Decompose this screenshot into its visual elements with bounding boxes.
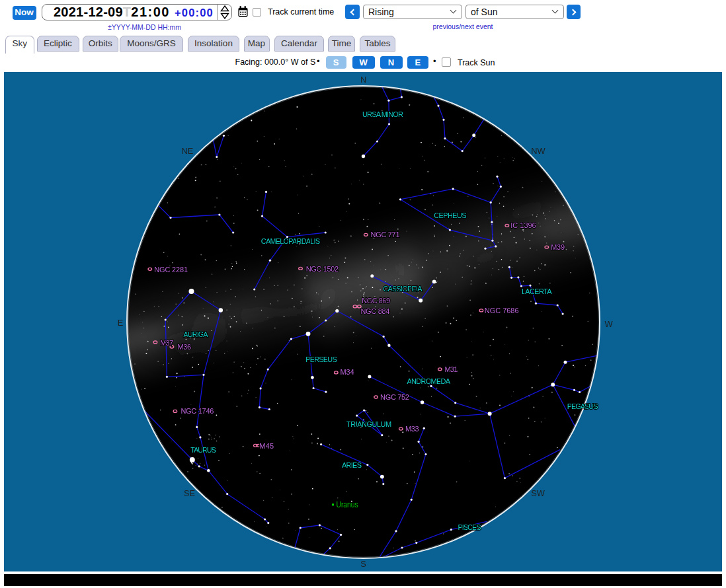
svg-text:CASSIOPEIA: CASSIOPEIA xyxy=(383,284,423,292)
svg-text:NGC 752: NGC 752 xyxy=(380,392,409,400)
svg-text:PISCES: PISCES xyxy=(458,523,481,531)
svg-text:CAMELOPARDALIS: CAMELOPARDALIS xyxy=(261,237,320,245)
svg-text:NGC 2281: NGC 2281 xyxy=(154,265,188,273)
svg-text:TRIANGULUM: TRIANGULUM xyxy=(346,420,391,427)
svg-text:M34: M34 xyxy=(341,368,354,376)
svg-text:M36: M36 xyxy=(178,343,192,351)
svg-text:S: S xyxy=(360,558,366,568)
svg-text:E: E xyxy=(118,317,124,327)
svg-text:IC 1396: IC 1396 xyxy=(510,221,536,229)
svg-text:M31: M31 xyxy=(444,365,458,373)
svg-text:M39: M39 xyxy=(551,242,565,250)
svg-text:SE: SE xyxy=(184,488,195,498)
svg-text:TAURUS: TAURUS xyxy=(190,446,216,454)
svg-text:NGC 1502: NGC 1502 xyxy=(306,264,339,272)
svg-text:NGC 884: NGC 884 xyxy=(361,307,390,315)
svg-text:ANDROMEDA: ANDROMEDA xyxy=(407,377,450,385)
svg-text:NE: NE xyxy=(182,145,194,155)
svg-text:PERSEUS: PERSEUS xyxy=(305,355,337,363)
svg-text:ARIES: ARIES xyxy=(342,460,362,468)
svg-text:NGC 7686: NGC 7686 xyxy=(485,307,519,314)
svg-text:Uranus: Uranus xyxy=(337,500,358,509)
svg-text:SW: SW xyxy=(531,488,545,498)
svg-text:M33: M33 xyxy=(405,425,419,433)
svg-text:W: W xyxy=(604,318,613,328)
svg-text:AURIGA: AURIGA xyxy=(183,330,208,338)
svg-text:NW: NW xyxy=(531,145,545,155)
svg-text:LACERTA: LACERTA xyxy=(522,287,552,295)
svg-text:URSA MINOR: URSA MINOR xyxy=(362,110,403,118)
svg-text:NGC 771: NGC 771 xyxy=(371,231,400,239)
svg-text:N: N xyxy=(360,74,366,84)
svg-text:M45: M45 xyxy=(259,441,274,449)
svg-text:M37: M37 xyxy=(160,338,173,346)
svg-text:NGC 869: NGC 869 xyxy=(362,296,390,304)
svg-text:NGC 1746: NGC 1746 xyxy=(181,407,214,415)
svg-text:CEPHEUS: CEPHEUS xyxy=(434,211,466,219)
svg-text:PEGASUS: PEGASUS xyxy=(567,402,598,410)
